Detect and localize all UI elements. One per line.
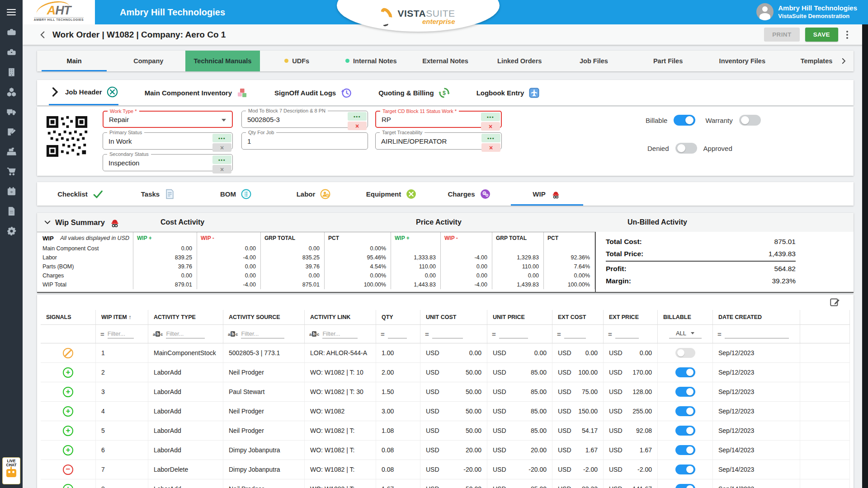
tab-technical-manuals[interactable]: Technical Manuals <box>185 51 259 71</box>
section-tab-bom[interactable]: BOM <box>197 182 275 206</box>
col-signals[interactable]: SIGNALS <box>41 310 96 324</box>
table-row[interactable]: 2 LaborAdd Neil Prodger WO: W1082 | T: 1… <box>41 363 850 382</box>
save-button[interactable]: SAVE <box>805 28 838 42</box>
calendar-plus-icon[interactable] <box>6 186 17 197</box>
billable-toggle[interactable] <box>674 115 695 126</box>
table-row[interactable]: 6 LaborAdd Dimpy Jobanputra WO: W1082 | … <box>41 441 850 460</box>
print-button[interactable]: PRINT <box>764 28 800 42</box>
lookup-dots-button[interactable]: ••• <box>481 134 500 142</box>
equals-filter-icon[interactable]: = <box>557 330 561 338</box>
hamburger-menu-icon[interactable] <box>7 7 16 17</box>
tab-udfs[interactable]: UDFs <box>260 51 334 71</box>
activity-link-filter[interactable]: abc <box>305 325 376 343</box>
gear-icon[interactable] <box>6 226 17 236</box>
unit-price-filter-input[interactable] <box>499 329 528 338</box>
col-wip-item[interactable]: WIP ITEM ↑ <box>96 310 148 324</box>
wip-item-filter-input[interactable] <box>108 329 134 338</box>
billable-toggle[interactable] <box>675 484 695 488</box>
date-created-filter-input[interactable] <box>725 329 789 338</box>
clear-x-button[interactable]: × <box>481 122 500 131</box>
ext-cost-filter[interactable]: = <box>552 325 604 343</box>
billable-toggle[interactable] <box>675 367 695 377</box>
equals-filter-icon[interactable]: = <box>608 330 612 338</box>
right-edge-scrollbar[interactable] <box>862 24 868 488</box>
equals-filter-icon[interactable]: = <box>100 330 104 338</box>
date-created-filter[interactable]: = <box>713 325 800 343</box>
col-activity-link[interactable]: ACTIVITY LINK <box>305 310 376 324</box>
lookup-dots-button[interactable]: ••• <box>212 134 231 142</box>
col-activity-type[interactable]: ACTIVITY TYPE <box>148 310 223 324</box>
clear-x-button[interactable]: × <box>212 165 231 174</box>
section-tab-checklist[interactable]: Checklist <box>42 182 119 206</box>
tab-job-files[interactable]: Job Files <box>557 51 631 71</box>
equals-filter-icon[interactable]: = <box>425 330 429 338</box>
col-billable[interactable]: BILLABLE <box>658 310 713 324</box>
equals-filter-icon[interactable]: = <box>492 330 496 338</box>
building-icon[interactable] <box>6 67 17 77</box>
table-row[interactable]: 7 LaborDelete Dimpy Jobanputra WO: W1082… <box>41 460 850 479</box>
table-row[interactable]: 5 LaborAdd Neil Prodger WO: W1082 | T: 1… <box>41 421 850 441</box>
wip-item-filter[interactable]: = <box>96 325 148 343</box>
col-qty[interactable]: QTY <box>376 310 420 324</box>
table-row[interactable]: 3 LaborAdd Paul Stewart WO: W1082 | T: 3… <box>41 382 850 402</box>
ext-price-filter[interactable]: = <box>604 325 658 343</box>
document-icon[interactable] <box>6 206 17 216</box>
activity-link-filter-input[interactable] <box>322 329 358 338</box>
truck-icon[interactable] <box>6 107 17 117</box>
toolbox-icon[interactable] <box>6 47 17 57</box>
tab-company[interactable]: Company <box>111 51 185 71</box>
qty-for-job-field[interactable]: Qty For Job 1 <box>241 132 368 150</box>
activity-source-filter-input[interactable] <box>241 329 284 338</box>
qty-filter[interactable]: = <box>376 325 420 343</box>
tabs-scroll-right-button[interactable] <box>834 51 854 71</box>
qty-filter-input[interactable] <box>388 329 407 338</box>
live-chat-button[interactable]: LIVECHAT <box>2 457 20 484</box>
clear-x-button[interactable]: × <box>481 143 500 152</box>
billable-toggle[interactable] <box>675 426 695 436</box>
subtab-signoff-audit-logs[interactable]: SignOff Audit Logs <box>274 80 352 105</box>
col-activity-source[interactable]: ACTIVITY SOURCE <box>223 310 305 324</box>
wip-summary-collapse[interactable]: Wip Summary <box>43 216 121 229</box>
billable-toggle[interactable] <box>675 348 695 358</box>
abc-filter-icon[interactable]: abc <box>309 331 319 337</box>
activity-source-filter[interactable]: abc <box>223 325 305 343</box>
edit-table-icon[interactable] <box>829 296 841 308</box>
lookup-dots-button[interactable]: ••• <box>212 155 231 164</box>
kebab-menu-icon[interactable] <box>844 31 851 39</box>
equals-filter-icon[interactable]: = <box>717 330 722 338</box>
tab-external-notes[interactable]: External Notes <box>408 51 482 71</box>
section-tab-tasks[interactable]: Tasks <box>119 182 197 206</box>
equals-filter-icon[interactable]: = <box>381 330 385 338</box>
section-tab-equipment[interactable]: Equipment <box>353 182 430 206</box>
lookup-dots-button[interactable]: ••• <box>348 112 367 121</box>
tab-internal-notes[interactable]: Internal Notes <box>334 51 408 71</box>
activity-type-filter-input[interactable] <box>166 329 205 338</box>
shopping-cart-icon[interactable] <box>6 166 17 177</box>
mod-to-field[interactable]: Mod To Block 7 Description & 8 PN 500280… <box>241 111 368 128</box>
abc-filter-icon[interactable]: abc <box>228 331 238 337</box>
table-row[interactable]: 8 LaborAdd Neil Prodger WO: W1082 | T: 1… <box>41 479 850 488</box>
briefcase-icon[interactable] <box>6 27 17 38</box>
avatar[interactable] <box>756 3 774 20</box>
col-ext-price[interactable]: EXT PRICE <box>604 310 658 324</box>
lookup-dots-button[interactable]: ••• <box>481 113 500 121</box>
ext-price-filter-input[interactable] <box>615 329 639 338</box>
section-tab-labor[interactable]: Labor <box>275 182 353 206</box>
target-traceability-field[interactable]: Target Traceability AIRLINE/OPERATOR •••… <box>375 132 502 150</box>
clear-x-button[interactable]: × <box>212 143 231 152</box>
billable-toggle[interactable] <box>675 465 695 474</box>
col-unit-cost[interactable]: UNIT COST <box>420 310 487 324</box>
clear-x-button[interactable]: × <box>348 122 367 130</box>
secondary-status-field[interactable]: Secondary Status Inspection ••• × <box>103 154 233 171</box>
tab-main[interactable]: Main <box>37 51 111 71</box>
abc-filter-icon[interactable]: abc <box>153 331 163 337</box>
ext-cost-filter-input[interactable] <box>564 329 586 338</box>
work-type-field[interactable]: Work Type * Repair <box>103 111 233 128</box>
table-row[interactable]: 1 MainComponentStock 5002805-3 | 773.1 L… <box>41 343 850 363</box>
edit-order-icon[interactable] <box>6 127 17 137</box>
aht-logo[interactable]: AHT AMBRY HILL TECHNOLOGIES <box>23 0 95 24</box>
chevron-down-icon[interactable] <box>222 119 226 122</box>
col-date-created[interactable]: DATE CREATED <box>713 310 800 324</box>
subtab-main-component-inventory[interactable]: Main Component Inventory <box>145 80 248 105</box>
section-tab-charges[interactable]: Charges $ <box>430 182 508 206</box>
